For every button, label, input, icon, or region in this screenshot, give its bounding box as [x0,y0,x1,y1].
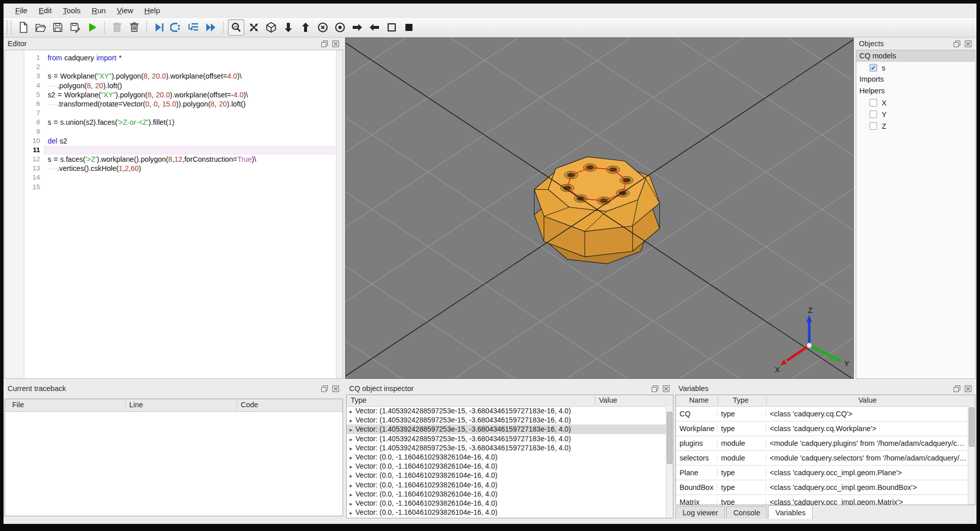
inspector-row[interactable]: ▸Vector: (0.0, -1.1604610293826104e-16, … [347,480,666,489]
tab-variables[interactable]: Variables [768,505,812,519]
variable-row[interactable]: BoundBoxtype<class 'cadquery.occ_impl.ge… [676,480,975,495]
close-panel-icon[interactable] [964,40,972,48]
expand-arrow-icon[interactable]: ▸ [350,482,356,488]
debug-step-icon[interactable] [152,20,167,35]
variable-row[interactable]: Planetype<class 'cadquery.occ_impl.geom.… [676,466,975,480]
menu-edit[interactable]: Edit [33,5,57,16]
column-header[interactable]: Type [351,396,366,404]
view-back-icon[interactable] [332,20,348,35]
code-line[interactable]: 5s2·=·Workplane("XY").polygon(8,·20.0).w… [44,90,336,99]
inspector-row[interactable]: ▸Vector: (0.0, -1.1604610293826104e-16, … [347,471,666,480]
variable-row[interactable]: Matrixtype<class 'cadquery.occ_impl.geom… [676,495,975,505]
code-line[interactable]: 7 [44,109,336,118]
new-file-icon[interactable] [16,20,31,35]
inspector-row[interactable]: ▸Vector: (1.4053924288597253e-15, -3.680… [347,406,666,415]
save-as-icon[interactable] [67,20,83,35]
view-left-icon[interactable] [367,20,382,35]
tree-item-x[interactable]: ✓X [856,97,975,109]
code-line[interactable]: 3s·=·Workplane("XY").polygon(8,·20.0).wo… [44,72,336,81]
float-panel-icon[interactable] [953,40,961,48]
close-panel-icon[interactable] [964,385,972,393]
column-separator[interactable] [718,396,718,405]
menu-file[interactable]: File [10,5,33,16]
save-icon[interactable] [50,20,65,35]
column-header[interactable]: Value [599,396,617,404]
column-header[interactable]: File [12,401,24,409]
column-header[interactable]: Value [858,396,877,404]
inspector-row[interactable]: ▸Vector: (1.4053924288597253e-15, -3.680… [347,415,666,424]
tree-group-cq-models[interactable]: CQ models [856,50,975,62]
menu-run[interactable]: Run [86,5,111,16]
view-right-icon[interactable] [350,20,365,35]
code-editor[interactable]: 1from·cadquery·import·*23s·=·Workplane("… [5,50,343,379]
column-header[interactable]: Name [689,396,709,404]
objects-tree[interactable]: CQ models✓sImportsHelpers✓X✓Y✓Z [856,50,975,379]
view-front-icon[interactable] [315,20,330,35]
close-panel-icon[interactable] [331,40,340,48]
expand-arrow-icon[interactable]: ▸ [350,436,356,442]
code-line[interactable]: 2 [44,62,336,72]
menu-tools[interactable]: Tools [57,5,86,16]
code-line[interactable]: 15 [44,183,336,192]
expand-arrow-icon[interactable]: ▸ [350,454,356,461]
column-header[interactable]: Code [241,401,258,409]
code-line[interactable]: 12s·=·s.faces('>Z').workplane().polygon(… [44,155,336,164]
expand-arrow-icon[interactable]: ▸ [350,510,356,516]
variable-row[interactable]: Workplanetype<class 'cadquery.cq.Workpla… [676,421,975,436]
scrollbar-thumb[interactable] [969,407,974,447]
code-line[interactable]: 4····.polygon(8,·20).loft() [44,81,336,90]
inspector-rows[interactable]: ▸Vector: (1.4053924288597253e-15, -3.680… [347,406,666,518]
code-line[interactable]: 10del·s2 [44,136,336,146]
inspector-row[interactable]: ▸Vector: (1.4053924288597253e-15, -3.680… [347,424,666,434]
float-panel-icon[interactable] [953,385,961,393]
code-line[interactable]: 1from·cadquery·import·* [44,53,336,62]
debug-return-icon[interactable] [186,20,201,35]
inspector-scrollbar[interactable] [666,406,673,518]
cad-model[interactable] [534,157,659,264]
expand-arrow-icon[interactable]: ▸ [350,408,356,414]
variables-rows[interactable]: CQtype<class 'cadquery.cq.CQ'>Workplanet… [676,407,975,505]
inspector-row[interactable]: ▸Vector: (0.0, -1.1604610293826104e-16, … [347,452,666,462]
debug-step-into-icon[interactable] [169,20,184,35]
expand-arrow-icon[interactable]: ▸ [350,501,356,507]
tab-log-viewer[interactable]: Log viewer [675,506,725,519]
column-separator[interactable] [237,400,237,410]
code-line[interactable]: 14 [44,173,336,182]
expand-arrow-icon[interactable]: ▸ [350,427,356,433]
3d-viewport[interactable]: Z X Y [345,38,854,379]
checkbox-s[interactable]: ✓ [870,64,877,72]
tree-group-helpers[interactable]: Helpers [856,85,975,97]
variable-row[interactable]: CQtype<class 'cadquery.cq.CQ'> [676,407,975,421]
code-line[interactable]: 13····.vertices().cskHole(1,2,60) [44,164,336,173]
inspector-row[interactable]: ▸Vector: (1.4053924288597253e-15, -3.680… [347,434,666,443]
expand-arrow-icon[interactable]: ▸ [350,445,356,451]
fit-all-icon[interactable] [246,20,261,35]
float-panel-icon[interactable] [651,385,659,393]
column-separator[interactable] [595,396,595,405]
checkbox-x[interactable]: ✓ [870,99,877,107]
inspector-row[interactable]: ▸Vector: (0.0, -1.1604610293826104e-16, … [347,489,666,499]
toolbar-handle[interactable] [7,21,12,34]
variables-scrollbar[interactable] [968,406,975,505]
close-panel-icon[interactable] [331,385,340,393]
inspector-row[interactable]: ▸Vector: (0.0, -1.1604610293826104e-16, … [347,499,666,508]
code-line[interactable]: 9 [44,127,336,136]
clear-icon[interactable] [109,20,125,35]
zoom-icon[interactable] [228,19,244,36]
menu-view[interactable]: View [111,5,139,16]
code-line[interactable]: 6····.transformed(rotate=Vector(0,·0,·15… [44,99,336,109]
iso-view-icon[interactable] [263,20,279,35]
open-icon[interactable] [33,20,48,35]
column-header[interactable]: Line [129,401,143,409]
variable-row[interactable]: pluginsmodule<module 'cadquery.plugins' … [676,436,975,451]
variable-row[interactable]: selectorsmodule<module 'cadquery.selecto… [676,451,975,466]
wireframe-icon[interactable] [384,20,399,35]
code-line[interactable]: 8s·=·s.union(s2).faces('>Z·or·<Z').fille… [44,118,336,127]
float-panel-icon[interactable] [320,385,329,393]
editor-scrollbar[interactable] [336,50,343,378]
menu-help[interactable]: Help [139,5,166,16]
column-separator[interactable] [125,400,126,410]
tab-console[interactable]: Console [726,506,767,519]
shaded-icon[interactable] [401,20,417,35]
view-top-icon[interactable] [298,20,313,35]
